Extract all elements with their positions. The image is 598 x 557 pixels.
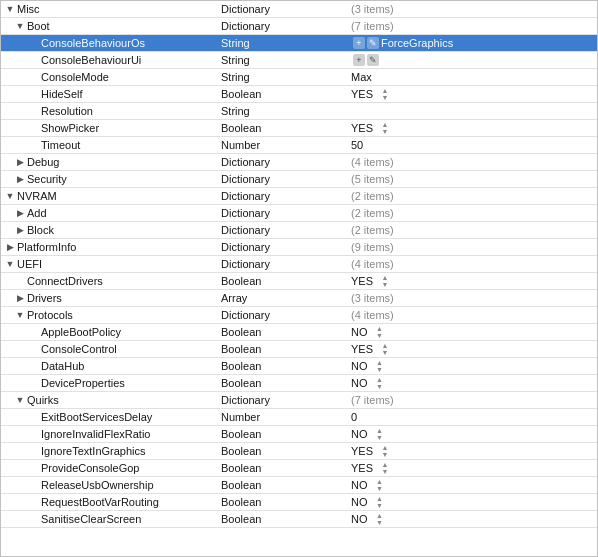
row-value: NO▲▼ [351,325,597,339]
stepper-up[interactable]: ▲ [379,121,391,128]
stepper[interactable]: ▲▼ [374,325,386,339]
stepper-down[interactable]: ▼ [379,468,391,475]
table-row[interactable]: ShowPickerBooleanYES▲▼ [1,120,597,137]
triangle-icon[interactable] [15,157,25,167]
stepper[interactable]: ▲▼ [379,444,391,458]
table-row[interactable]: ConsoleBehaviourUiString+✎ [1,52,597,69]
table-row[interactable]: ConsoleControlBooleanYES▲▼ [1,341,597,358]
stepper-up[interactable]: ▲ [374,478,386,485]
stepper[interactable]: ▲▼ [379,121,391,135]
stepper-down[interactable]: ▼ [374,519,386,526]
stepper-up[interactable]: ▲ [374,376,386,383]
plist-editor[interactable]: MiscDictionary(3 items)BootDictionary(7 … [0,0,598,557]
table-row[interactable]: IgnoreInvalidFlexRatioBooleanNO▲▼ [1,426,597,443]
table-row[interactable]: DevicePropertiesBooleanNO▲▼ [1,375,597,392]
table-row[interactable]: ConnectDriversBooleanYES▲▼ [1,273,597,290]
table-row[interactable]: ConsoleBehaviourOsString+✎ForceGraphics [1,35,597,52]
row-name-quirks: Quirks [1,394,221,406]
edit-icon[interactable]: ✎ [367,37,379,49]
row-label: RequestBootVarRouting [41,496,159,508]
triangle-icon[interactable] [15,208,25,218]
table-row[interactable]: SanitiseClearScreenBooleanNO▲▼ [1,511,597,528]
row-label: DataHub [41,360,84,372]
edit-icon[interactable]: ✎ [367,54,379,66]
triangle-icon[interactable] [5,4,15,14]
table-row[interactable]: DebugDictionary(4 items) [1,154,597,171]
table-row[interactable]: MiscDictionary(3 items) [1,1,597,18]
row-type: Dictionary [221,207,351,219]
stepper-down[interactable]: ▼ [379,281,391,288]
stepper-down[interactable]: ▼ [374,332,386,339]
value-text: (4 items) [351,156,394,168]
stepper[interactable]: ▲▼ [374,359,386,373]
stepper[interactable]: ▲▼ [379,461,391,475]
stepper[interactable]: ▲▼ [379,274,391,288]
triangle-icon [29,89,39,99]
stepper[interactable]: ▲▼ [379,342,391,356]
stepper[interactable]: ▲▼ [379,87,391,101]
stepper-up[interactable]: ▲ [374,359,386,366]
triangle-icon[interactable] [5,259,15,269]
table-row[interactable]: PlatformInfoDictionary(9 items) [1,239,597,256]
row-type: Boolean [221,326,351,338]
stepper-up[interactable]: ▲ [379,461,391,468]
triangle-icon[interactable] [15,21,25,31]
value-text: YES [351,462,373,474]
stepper-up[interactable]: ▲ [379,342,391,349]
table-row[interactable]: BlockDictionary(2 items) [1,222,597,239]
triangle-icon[interactable] [15,293,25,303]
stepper[interactable]: ▲▼ [374,512,386,526]
add-icon[interactable]: + [353,37,365,49]
table-row[interactable]: DriversArray(3 items) [1,290,597,307]
stepper-down[interactable]: ▼ [379,349,391,356]
table-row[interactable]: SecurityDictionary(5 items) [1,171,597,188]
table-row[interactable]: BootDictionary(7 items) [1,18,597,35]
edit-icons[interactable]: +✎ [353,37,379,49]
stepper-up[interactable]: ▲ [374,512,386,519]
add-icon[interactable]: + [353,54,365,66]
table-row[interactable]: RequestBootVarRoutingBooleanNO▲▼ [1,494,597,511]
table-row[interactable]: ResolutionString [1,103,597,120]
row-label: Resolution [41,105,93,117]
triangle-icon[interactable] [5,191,15,201]
table-row[interactable]: ProvideConsoleGopBooleanYES▲▼ [1,460,597,477]
stepper-up[interactable]: ▲ [374,427,386,434]
table-row[interactable]: TimeoutNumber50 [1,137,597,154]
triangle-icon[interactable] [15,225,25,235]
stepper-up[interactable]: ▲ [379,274,391,281]
table-row[interactable]: HideSelfBooleanYES▲▼ [1,86,597,103]
table-row[interactable]: NVRAMDictionary(2 items) [1,188,597,205]
stepper-down[interactable]: ▼ [374,434,386,441]
stepper-down[interactable]: ▼ [374,366,386,373]
stepper-up[interactable]: ▲ [379,87,391,94]
table-row[interactable]: AddDictionary(2 items) [1,205,597,222]
stepper[interactable]: ▲▼ [374,478,386,492]
stepper-down[interactable]: ▼ [374,502,386,509]
stepper-down[interactable]: ▼ [374,485,386,492]
stepper[interactable]: ▲▼ [374,495,386,509]
triangle-icon[interactable] [5,242,15,252]
table-row[interactable]: DataHubBooleanNO▲▼ [1,358,597,375]
row-value: (9 items) [351,241,597,253]
table-row[interactable]: UEFIDictionary(4 items) [1,256,597,273]
table-row[interactable]: ProtocolsDictionary(4 items) [1,307,597,324]
stepper[interactable]: ▲▼ [374,427,386,441]
table-row[interactable]: ReleaseUsbOwnershipBooleanNO▲▼ [1,477,597,494]
stepper-down[interactable]: ▼ [379,94,391,101]
stepper[interactable]: ▲▼ [374,376,386,390]
table-row[interactable]: ConsoleModeStringMax [1,69,597,86]
stepper-down[interactable]: ▼ [379,451,391,458]
stepper-up[interactable]: ▲ [374,325,386,332]
table-row[interactable]: ExitBootServicesDelayNumber0 [1,409,597,426]
stepper-up[interactable]: ▲ [374,495,386,502]
triangle-icon[interactable] [15,174,25,184]
table-row[interactable]: QuirksDictionary(7 items) [1,392,597,409]
table-row[interactable]: AppleBootPolicyBooleanNO▲▼ [1,324,597,341]
triangle-icon[interactable] [15,395,25,405]
triangle-icon[interactable] [15,310,25,320]
stepper-down[interactable]: ▼ [379,128,391,135]
stepper-up[interactable]: ▲ [379,444,391,451]
stepper-down[interactable]: ▼ [374,383,386,390]
table-row[interactable]: IgnoreTextInGraphicsBooleanYES▲▼ [1,443,597,460]
edit-icons[interactable]: +✎ [353,54,379,66]
